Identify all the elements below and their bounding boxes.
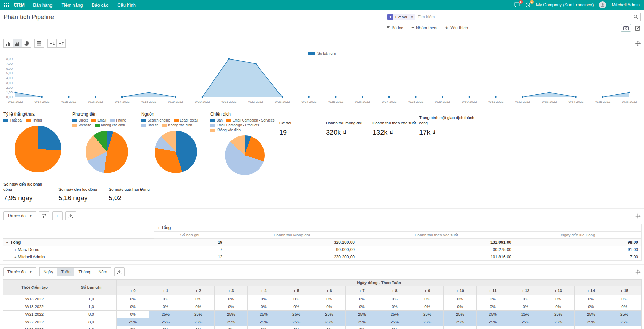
cohort-measures-button[interactable]: Thước đo▼ <box>3 267 36 276</box>
facet-remove-icon[interactable]: × <box>409 14 415 20</box>
expand-all-button[interactable]: ＋ <box>52 211 63 220</box>
user-menu[interactable]: Mitchell Admin <box>612 2 640 7</box>
pivot-cell[interactable]: 7,00 <box>515 253 642 261</box>
pivot-cell[interactable]: 320.200,00 <box>226 239 358 246</box>
groupby-button[interactable]: ≡ Nhóm theo <box>411 25 436 31</box>
pivot-column-header[interactable]: Ngày đến lúc Đóng <box>515 232 642 239</box>
sort-desc-icon <box>50 41 55 46</box>
cohort-period-cell: W22 2022 <box>3 318 66 326</box>
pivot-cell[interactable]: 230.200,00 <box>226 253 358 261</box>
pivot-cell[interactable]: 98,00 <box>515 239 642 246</box>
cohort-value-cell <box>444 326 477 329</box>
pivot-column-header[interactable]: Doanh thu Mong đợi <box>226 232 358 239</box>
cohort-value-cell: 0% <box>313 303 346 311</box>
expand-graph-button[interactable] <box>635 41 641 46</box>
pivot-cell[interactable]: 30.275,00 <box>358 246 515 253</box>
download-cohort-button[interactable] <box>114 267 125 276</box>
pivot-cell[interactable]: 90.000,00 <box>226 246 358 253</box>
activities-button[interactable]: 1 <box>525 2 531 8</box>
search-input[interactable] <box>415 15 633 19</box>
legend-swatch <box>3 119 8 122</box>
cohort-offset-header: + 3 <box>215 286 248 295</box>
filters-button[interactable]: Bộ lọc <box>386 25 403 30</box>
pie-chart-icon <box>24 41 29 46</box>
cohort-value-cell: 25% <box>378 318 411 326</box>
cohort-value-cell: 0% <box>215 303 248 311</box>
kpi-value: 5,16 ngày <box>58 194 97 202</box>
pivot-column-header[interactable]: Doanh thu theo xác suất <box>358 232 515 239</box>
pivot-column-header[interactable]: Số bản ghi <box>154 232 226 239</box>
pie-title: Phương tiện <box>72 112 141 117</box>
cohort-value-cell: 0% <box>378 303 411 311</box>
svg-text:W20 2022: W20 2022 <box>195 100 210 103</box>
pivot-row-header[interactable]: ＋Mitchell Admin <box>3 253 154 261</box>
pivot-cell[interactable]: 91,00 <box>515 246 642 253</box>
pivot-measures-button[interactable]: Thước đo▼ <box>3 211 36 220</box>
menu-sales[interactable]: Bán hàng <box>33 2 53 8</box>
favorites-button[interactable]: ★ Yêu thích <box>445 25 468 30</box>
legend-item: Search engine <box>141 118 170 122</box>
pivot-cell[interactable]: 101.816,00 <box>358 253 515 261</box>
legend-item: Phone <box>110 118 126 122</box>
pivot-section: Thước đo▼ ＋ ＋TổngSố bản ghiDoanh thu Mon… <box>0 208 644 261</box>
sort-desc-button[interactable] <box>47 39 57 48</box>
line-chart-button[interactable] <box>13 39 22 48</box>
menu-reporting[interactable]: Báo cáo <box>92 2 109 8</box>
legend-item: Không xác định <box>210 128 241 132</box>
app-name[interactable]: CRM <box>14 2 25 8</box>
svg-text:W23 2022: W23 2022 <box>275 100 290 103</box>
pie-chart-medium: Phương tiện DirectEmailPhoneWebsiteKhông… <box>72 112 141 173</box>
pivot-cell[interactable]: 132.091,00 <box>358 239 515 246</box>
pivot-cell[interactable]: 12 <box>154 253 226 261</box>
svg-text:W18 2022: W18 2022 <box>141 100 156 103</box>
cohort-value-cell: 25% <box>575 311 607 318</box>
cohort-value-cell: 0% <box>346 326 378 329</box>
pivot-cell[interactable]: 19 <box>154 239 226 246</box>
legend-swatch <box>95 124 100 127</box>
view-actions <box>621 24 641 32</box>
interval-button-tuần[interactable]: Tuần <box>57 267 75 276</box>
search-bar[interactable]: Cơ hội × <box>386 13 641 21</box>
expand-cohort-button[interactable] <box>635 269 641 275</box>
menu-configuration[interactable]: Cấu hình <box>117 2 136 8</box>
dashboard: Số bản ghi 0,001,002,003,004,005,006,007… <box>0 34 644 329</box>
apps-menu-icon[interactable] <box>4 3 9 7</box>
clock-icon <box>525 2 531 8</box>
svg-text:0,00: 0,00 <box>6 95 13 99</box>
avatar[interactable] <box>599 1 606 8</box>
cohort-value-cell: 0% <box>411 295 444 303</box>
bar-chart-icon <box>6 41 11 46</box>
pie-chart-button[interactable] <box>22 39 31 48</box>
legend-swatch <box>110 119 115 122</box>
cohort-offset-header: + 11 <box>477 286 509 295</box>
edit-dashboard-icon[interactable] <box>635 25 641 31</box>
cohort-count-cell: 8,0 <box>66 311 117 318</box>
svg-text:8,00: 8,00 <box>6 57 13 61</box>
download-pivot-button[interactable] <box>65 211 76 220</box>
menu-leads[interactable]: Tiềm năng <box>62 2 83 8</box>
sort-asc-button[interactable] <box>56 39 66 48</box>
messages-button[interactable]: 5 <box>514 2 520 7</box>
company-switcher[interactable]: My Company (San Francisco) <box>536 2 594 7</box>
snapshot-button[interactable] <box>621 24 631 32</box>
pivot-cell[interactable]: 7 <box>154 246 226 253</box>
cohort-value-cell: 0% <box>542 303 575 311</box>
search-icon[interactable] <box>633 14 638 20</box>
interval-button-tháng[interactable]: Tháng <box>74 267 94 276</box>
kpi-days-to-assign: Số ngày đến lúc phân công 7,95 ngày <box>3 181 53 202</box>
cohort-value-cell: 25% <box>182 318 215 326</box>
interval-button-năm[interactable]: Năm <box>94 267 111 276</box>
pivot-row-header[interactable]: −Tổng <box>3 239 154 246</box>
cohort-value-cell: 25% <box>248 311 280 318</box>
flip-axis-button[interactable] <box>39 211 49 220</box>
bar-chart-button[interactable] <box>3 39 13 48</box>
pivot-column-group[interactable]: ＋Tổng <box>154 224 642 232</box>
stacked-toggle-button[interactable] <box>34 39 44 48</box>
svg-text:W19 2022: W19 2022 <box>168 100 183 103</box>
cohort-count-cell: 1,0 <box>66 326 117 329</box>
legend-item: Bán <box>210 118 223 122</box>
cohort-row: W22 20228,025%25%25%25%25%25%25%25%25%25… <box>3 318 642 326</box>
expand-pivot-button[interactable] <box>635 213 641 219</box>
pivot-row-header[interactable]: ＋Marc Demo <box>3 246 154 253</box>
interval-button-ngày[interactable]: Ngày <box>39 267 57 276</box>
